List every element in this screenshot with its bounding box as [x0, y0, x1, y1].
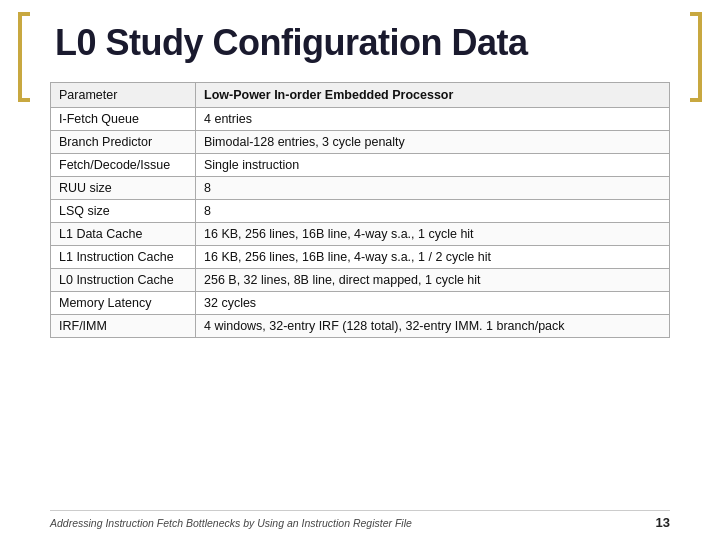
table-row: IRF/IMM4 windows, 32-entry IRF (128 tota… [51, 315, 670, 338]
table-cell-value: 32 cycles [196, 292, 670, 315]
footer: Addressing Instruction Fetch Bottlenecks… [50, 510, 670, 530]
table-row: L1 Data Cache16 KB, 256 lines, 16B line,… [51, 223, 670, 246]
table-cell-param: Memory Latency [51, 292, 196, 315]
table-row: I-Fetch Queue4 entries [51, 108, 670, 131]
table-cell-param: I-Fetch Queue [51, 108, 196, 131]
table-cell-param: L0 Instruction Cache [51, 269, 196, 292]
table-cell-value: 8 [196, 177, 670, 200]
table-row: LSQ size8 [51, 200, 670, 223]
table-cell-param: Fetch/Decode/Issue [51, 154, 196, 177]
table-row: L1 Instruction Cache16 KB, 256 lines, 16… [51, 246, 670, 269]
table-cell-value: 4 windows, 32-entry IRF (128 total), 32-… [196, 315, 670, 338]
table-row: Branch PredictorBimodal-128 entries, 3 c… [51, 131, 670, 154]
table-row: RUU size8 [51, 177, 670, 200]
config-table: Parameter Low-Power In-order Embedded Pr… [50, 82, 670, 338]
table-cell-param: IRF/IMM [51, 315, 196, 338]
table-cell-value: 4 entries [196, 108, 670, 131]
table-cell-value: 8 [196, 200, 670, 223]
table-row: Memory Latency32 cycles [51, 292, 670, 315]
table-row: L0 Instruction Cache256 B, 32 lines, 8B … [51, 269, 670, 292]
table-cell-value: 16 KB, 256 lines, 16B line, 4-way s.a., … [196, 223, 670, 246]
table-cell-param: RUU size [51, 177, 196, 200]
col-header-value: Low-Power In-order Embedded Processor [196, 83, 670, 108]
table-cell-value: 16 KB, 256 lines, 16B line, 4-way s.a., … [196, 246, 670, 269]
table-cell-value: Bimodal-128 entries, 3 cycle penalty [196, 131, 670, 154]
table-header-row: Parameter Low-Power In-order Embedded Pr… [51, 83, 670, 108]
slide: L0 Study Configuration Data Parameter Lo… [0, 0, 720, 540]
table-cell-param: LSQ size [51, 200, 196, 223]
bracket-left-icon [18, 12, 30, 102]
table-cell-param: Branch Predictor [51, 131, 196, 154]
footer-citation: Addressing Instruction Fetch Bottlenecks… [50, 517, 412, 529]
page-title: L0 Study Configuration Data [55, 22, 665, 64]
footer-page-number: 13 [656, 515, 670, 530]
table-cell-value: Single instruction [196, 154, 670, 177]
col-header-parameter: Parameter [51, 83, 196, 108]
content-area: Parameter Low-Power In-order Embedded Pr… [0, 82, 720, 338]
bracket-right-icon [690, 12, 702, 102]
table-cell-param: L1 Instruction Cache [51, 246, 196, 269]
table-cell-value: 256 B, 32 lines, 8B line, direct mapped,… [196, 269, 670, 292]
table-row: Fetch/Decode/IssueSingle instruction [51, 154, 670, 177]
table-cell-param: L1 Data Cache [51, 223, 196, 246]
title-area: L0 Study Configuration Data [0, 0, 720, 82]
